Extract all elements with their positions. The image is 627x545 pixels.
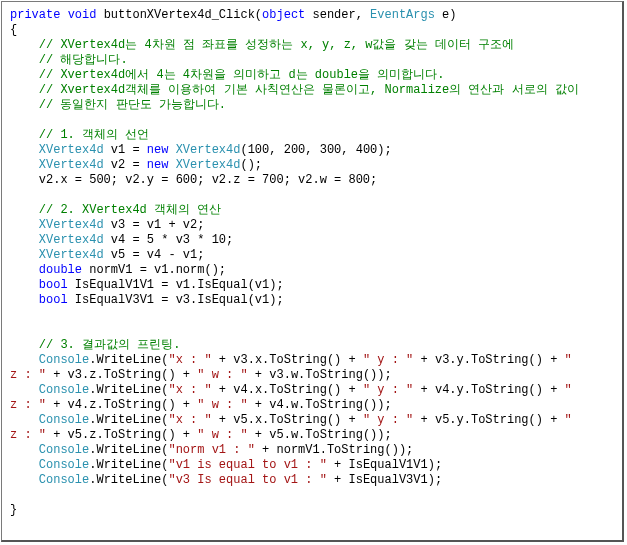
code-text: v5 = v4 - v1; [104,248,205,262]
string-literal: "v3 Is equal to v1 : " [168,473,326,487]
code-text: .WriteLine( [89,443,168,457]
string-literal: " y : " [363,413,413,427]
code-text: + v3.z.ToString() + [46,368,197,382]
type-xvertex4d: XVertex4d [39,218,104,232]
method-name: buttonXVertex4d_Click( [96,8,262,22]
string-literal: z : " [10,428,46,442]
string-literal: " [565,353,572,367]
keyword-bool: bool [39,278,68,292]
code-text: .WriteLine( [89,473,168,487]
code-text: (100, 200, 300, 400); [240,143,391,157]
code-text: v4 = 5 * v3 * 10; [104,233,234,247]
code-text: + IsEqualV1V1); [327,458,442,472]
keyword-object: object [262,8,305,22]
keyword-void: void [68,8,97,22]
code-text: v3 = v1 + v2; [104,218,205,232]
code-text: v1 = [104,143,147,157]
code-text: normV1 = v1.norm(); [82,263,226,277]
comment-section-2: // 2. XVertex4d 객체의 연산 [10,203,221,217]
code-text: + v5.z.ToString() + [46,428,197,442]
type-console: Console [39,443,89,457]
type-xvertex4d: XVertex4d [176,158,241,172]
comment-line: // XVertex4d는 4차원 점 좌표를 성정하는 x, y, z, w값… [10,38,514,52]
string-literal: z : " [10,398,46,412]
comment-line: // 해당합니다. [10,53,128,67]
string-literal: "x : " [168,383,211,397]
code-text: .WriteLine( [89,383,168,397]
comment-line: // 동일한지 판단도 가능합니다. [10,98,226,112]
string-literal: "x : " [168,353,211,367]
string-literal: " w : " [197,428,247,442]
type-console: Console [39,473,89,487]
code-text: IsEqualV3V1 = v3.IsEqual(v1); [68,293,284,307]
type-xvertex4d: XVertex4d [39,248,104,262]
string-literal: "x : " [168,413,211,427]
type-xvertex4d: XVertex4d [39,158,104,172]
string-literal: " [565,413,572,427]
code-text: .WriteLine( [89,458,168,472]
code-text: + v4.x.ToString() + [212,383,363,397]
string-literal: " y : " [363,383,413,397]
comment-line: // Xvertex4d객체를 이용하여 기본 사칙연산은 물론이고, Norm… [10,83,579,97]
string-literal: "v1 is equal to v1 : " [168,458,326,472]
brace-close: } [10,503,17,517]
code-text: .WriteLine( [89,353,168,367]
code-text: + v4.z.ToString() + [46,398,197,412]
code-text: + v3.y.ToString() + [413,353,564,367]
comment-section-1: // 1. 객체의 선언 [10,128,149,142]
code-text: IsEqualV1V1 = v1.IsEqual(v1); [68,278,284,292]
string-literal: " w : " [197,368,247,382]
code-text: v2 = [104,158,147,172]
string-literal: z : " [10,368,46,382]
keyword-new: new [147,158,169,172]
type-console: Console [39,458,89,472]
string-literal: "norm v1 : " [168,443,254,457]
code-text: + normV1.ToString()); [255,443,413,457]
type-xvertex4d: XVertex4d [39,233,104,247]
comment-section-3: // 3. 결과값의 프린팅. [10,338,180,352]
keyword-bool: bool [39,293,68,307]
code-text: (); [240,158,262,172]
code-snippet: private void buttonXVertex4d_Click(objec… [1,1,624,542]
code-text: + v3.w.ToString()); [248,368,392,382]
code-text: + v3.x.ToString() + [212,353,363,367]
code-text: + v5.y.ToString() + [413,413,564,427]
code-text: .WriteLine( [89,413,168,427]
type-console: Console [39,413,89,427]
code-line: v2.x = 500; v2.y = 600; v2.z = 700; v2.w… [10,173,377,187]
string-literal: " w : " [197,398,247,412]
keyword-private: private [10,8,60,22]
string-literal: " y : " [363,353,413,367]
param-e: e) [435,8,457,22]
param-sender: sender, [305,8,370,22]
type-eventargs: EventArgs [370,8,435,22]
code-text: + v4.w.ToString()); [248,398,392,412]
keyword-double: double [39,263,82,277]
brace-open: { [10,23,17,37]
code-text: + IsEqualV3V1); [327,473,442,487]
code-text: + v4.y.ToString() + [413,383,564,397]
string-literal: " [565,383,572,397]
code-text: + v5.x.ToString() + [212,413,363,427]
type-console: Console [39,353,89,367]
type-xvertex4d: XVertex4d [176,143,241,157]
type-console: Console [39,383,89,397]
type-xvertex4d: XVertex4d [39,143,104,157]
keyword-new: new [147,143,169,157]
comment-line: // Xvertex4d에서 4는 4차원을 의미하고 d는 double을 의… [10,68,444,82]
code-text: + v5.w.ToString()); [248,428,392,442]
